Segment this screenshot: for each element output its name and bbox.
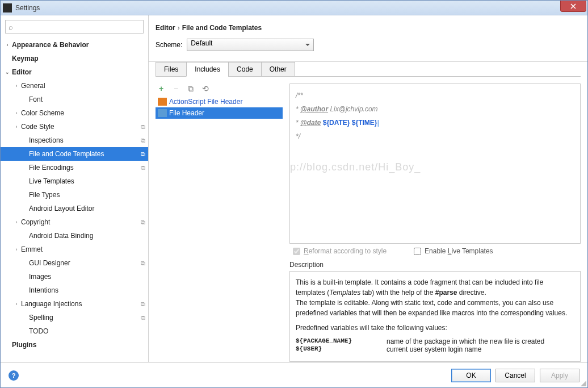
reformat-checkbox[interactable]: Reformat according to style bbox=[293, 247, 387, 255]
tree-item-intentions[interactable]: Intentions bbox=[1, 283, 148, 297]
tree-item-color-scheme[interactable]: ›Color Scheme bbox=[1, 106, 148, 120]
add-icon[interactable]: + bbox=[157, 84, 166, 93]
template-editor[interactable]: http://blog.csdn.net/Hi_Boy_ /** * @auth… bbox=[289, 84, 581, 244]
scheme-label: Scheme: bbox=[156, 41, 182, 49]
tree-item-spelling[interactable]: Spelling⧉ bbox=[1, 311, 148, 324]
tab-includes[interactable]: Includes bbox=[186, 62, 229, 77]
copy-profile-icon: ⧉ bbox=[138, 123, 148, 131]
watermark: http://blog.csdn.net/Hi_Boy_ bbox=[289, 161, 421, 173]
tree-item-images[interactable]: Images bbox=[1, 270, 148, 283]
file-list-toolbar: + − ⧉ ⟲ bbox=[156, 84, 283, 96]
app-icon bbox=[3, 3, 12, 12]
remove-icon[interactable]: − bbox=[171, 84, 180, 93]
tree-item-keymap[interactable]: Keymap bbox=[1, 52, 148, 65]
dialog-button-bar: ? OK Cancel Apply bbox=[1, 362, 587, 387]
file-icon bbox=[158, 109, 167, 117]
copy-icon[interactable]: ⧉ bbox=[186, 84, 195, 93]
copy-profile-icon: ⧉ bbox=[138, 219, 148, 226]
tree-item-copyright[interactable]: ›Copyright⧉ bbox=[1, 215, 148, 229]
live-templates-checkbox[interactable]: Enable Live Templates bbox=[414, 247, 493, 255]
tree-item-inspections[interactable]: Inspections⧉ bbox=[1, 133, 148, 147]
tab-code[interactable]: Code bbox=[228, 62, 262, 77]
settings-tree-panel: ⌕ ›Appearance & BehaviorKeymap⌄Editor›Ge… bbox=[1, 15, 149, 362]
apply-button[interactable]: Apply bbox=[540, 369, 579, 382]
copy-profile-icon: ⧉ bbox=[138, 137, 148, 144]
refresh-icon[interactable]: ⟲ bbox=[201, 84, 210, 93]
tree-item-emmet[interactable]: ›Emmet bbox=[1, 243, 148, 256]
copy-profile-icon: ⧉ bbox=[138, 314, 148, 322]
tree-item-android-layout-editor[interactable]: Android Layout Editor bbox=[1, 202, 148, 215]
window-title: Settings bbox=[15, 4, 40, 12]
copy-profile-icon: ⧉ bbox=[138, 164, 148, 172]
tree-item-file-types[interactable]: File Types bbox=[1, 188, 148, 202]
tree-item-gui-designer[interactable]: GUI Designer⧉ bbox=[1, 256, 148, 270]
ok-button[interactable]: OK bbox=[451, 369, 491, 382]
scheme-select[interactable]: Default bbox=[187, 39, 314, 51]
close-button[interactable] bbox=[560, 1, 586, 12]
template-file-list[interactable]: ActionScript File HeaderFile Header bbox=[156, 96, 283, 362]
template-tabs: FilesIncludesCodeOther bbox=[156, 62, 581, 77]
close-icon bbox=[570, 3, 576, 9]
tree-item-font[interactable]: Font bbox=[1, 93, 148, 106]
tree-item-file-and-code-templates[interactable]: File and Code Templates⧉ bbox=[1, 147, 148, 161]
search-input[interactable] bbox=[5, 20, 144, 34]
tab-other[interactable]: Other bbox=[261, 62, 295, 77]
description-box: This is a built-in template. It contains… bbox=[289, 271, 581, 362]
file-row[interactable]: File Header bbox=[156, 107, 283, 119]
resize-grip[interactable] bbox=[579, 379, 586, 386]
cancel-button[interactable]: Cancel bbox=[495, 369, 535, 382]
tree-item-general[interactable]: ›General bbox=[1, 79, 148, 93]
tree-item-android-data-binding[interactable]: Android Data Binding bbox=[1, 229, 148, 243]
tree-item-todo[interactable]: TODO bbox=[1, 324, 148, 338]
copy-profile-icon: ⧉ bbox=[138, 151, 148, 158]
tree-item-file-encodings[interactable]: File Encodings⧉ bbox=[1, 161, 148, 174]
settings-tree[interactable]: ›Appearance & BehaviorKeymap⌄Editor›Gene… bbox=[1, 38, 148, 362]
copy-profile-icon: ⧉ bbox=[138, 260, 148, 267]
breadcrumb: Editor›File and Code Templates bbox=[156, 21, 581, 39]
description-label: Description bbox=[289, 261, 581, 269]
tree-item-live-templates[interactable]: Live Templates bbox=[1, 174, 148, 188]
file-icon bbox=[158, 98, 167, 106]
file-row[interactable]: ActionScript File Header bbox=[156, 96, 283, 107]
tab-files[interactable]: Files bbox=[156, 62, 187, 77]
tree-item-plugins[interactable]: Plugins bbox=[1, 338, 148, 352]
tree-item-appearance-behavior[interactable]: ›Appearance & Behavior bbox=[1, 38, 148, 52]
copy-profile-icon: ⧉ bbox=[138, 301, 148, 308]
tree-item-code-style[interactable]: ›Code Style⧉ bbox=[1, 120, 148, 133]
title-bar: Settings bbox=[1, 1, 587, 15]
help-button[interactable]: ? bbox=[9, 370, 19, 381]
tree-item-language-injections[interactable]: ›Language Injections⧉ bbox=[1, 297, 148, 311]
tree-item-editor[interactable]: ⌄Editor bbox=[1, 65, 148, 79]
